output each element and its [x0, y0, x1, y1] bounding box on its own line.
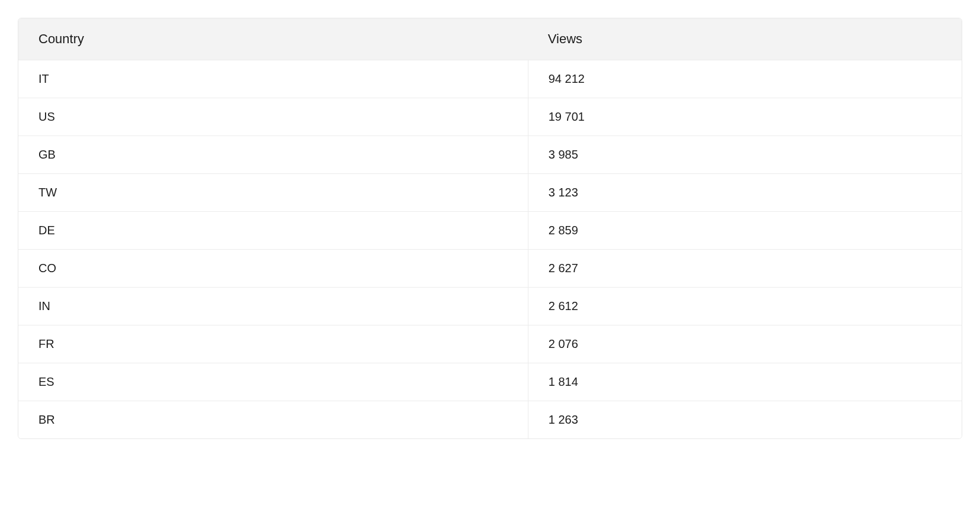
cell-country: CO — [18, 250, 528, 287]
table-row: FR 2 076 — [18, 325, 962, 363]
cell-views: 94 212 — [528, 60, 962, 98]
cell-country: FR — [18, 325, 528, 363]
cell-views: 2 627 — [528, 250, 962, 287]
table-row: US 19 701 — [18, 98, 962, 136]
table-row: IT 94 212 — [18, 60, 962, 98]
cell-country: IN — [18, 288, 528, 325]
table-row: CO 2 627 — [18, 249, 962, 287]
table-row: BR 1 263 — [18, 401, 962, 438]
cell-country: DE — [18, 212, 528, 249]
cell-views: 1 814 — [528, 363, 962, 401]
table-row: IN 2 612 — [18, 287, 962, 325]
table-row: ES 1 814 — [18, 363, 962, 401]
table-row: TW 3 123 — [18, 173, 962, 211]
cell-views: 3 123 — [528, 174, 962, 211]
cell-country: BR — [18, 401, 528, 438]
table-row: GB 3 985 — [18, 136, 962, 173]
cell-country: IT — [18, 60, 528, 98]
cell-views: 3 985 — [528, 136, 962, 173]
table-header: Country Views — [18, 18, 962, 60]
country-views-table: Country Views IT 94 212 US 19 701 GB 3 9… — [18, 18, 962, 439]
header-views[interactable]: Views — [528, 18, 962, 60]
table-body: IT 94 212 US 19 701 GB 3 985 TW 3 123 DE… — [18, 60, 962, 438]
cell-views: 2 076 — [528, 325, 962, 363]
cell-views: 1 263 — [528, 401, 962, 438]
cell-country: GB — [18, 136, 528, 173]
cell-views: 19 701 — [528, 98, 962, 136]
table-row: DE 2 859 — [18, 211, 962, 249]
cell-views: 2 859 — [528, 212, 962, 249]
cell-country: ES — [18, 363, 528, 401]
cell-country: TW — [18, 174, 528, 211]
cell-views: 2 612 — [528, 288, 962, 325]
cell-country: US — [18, 98, 528, 136]
header-country[interactable]: Country — [18, 18, 528, 60]
